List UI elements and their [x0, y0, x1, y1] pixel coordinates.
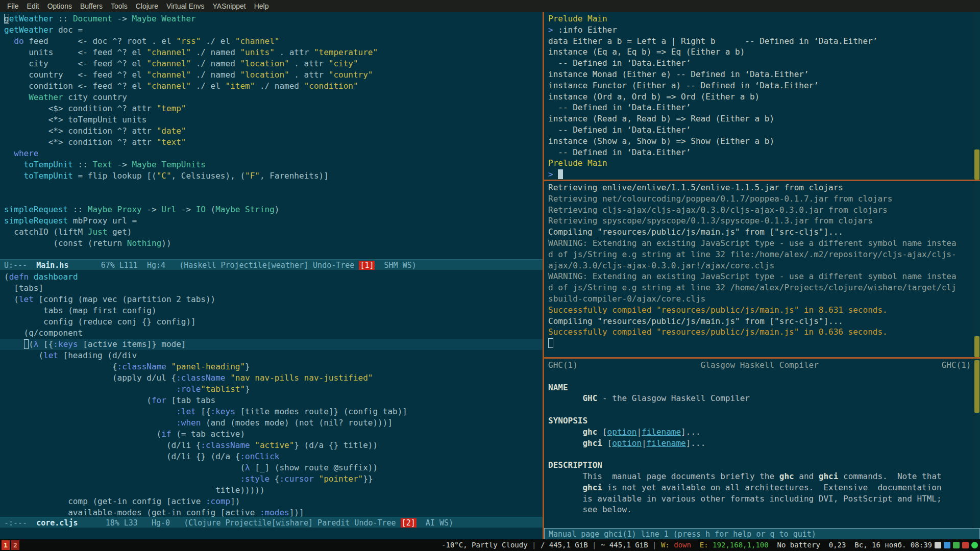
code-line: simpleRequest :: Maybe Proxy -> Url -> I… — [0, 204, 543, 215]
menu-item-tools[interactable]: Tools — [107, 1, 132, 11]
code-line: This manual page documents briefly the g… — [544, 471, 973, 482]
code-line: country <- feed ^? el "channel" ./ named… — [0, 69, 543, 81]
code-line: getWeather doc = — [0, 24, 543, 36]
code-line: > :info Either — [544, 24, 973, 36]
menu-item-clojure[interactable]: Clojure — [132, 1, 162, 11]
code-line: Prelude Main — [544, 13, 973, 24]
ghci-repl-buffer[interactable]: Prelude Main> :info Eitherdata Either a … — [544, 12, 973, 180]
menu-item-file[interactable]: File — [3, 1, 23, 11]
compile-scrollbar[interactable] — [973, 181, 980, 357]
code-line: NAME — [544, 382, 973, 393]
code-line: GHC - the Glasgow Haskell Compiler — [544, 393, 973, 404]
haskell-buffer[interactable]: getWeather :: Document -> Maybe Weatherg… — [0, 12, 543, 259]
clojure-buffer[interactable]: (defn dashboard [tabs] (let [config (map… — [0, 270, 543, 517]
code-line: ghc [option|filename]... — [544, 427, 973, 438]
code-line: instance (Eq a, Eq b) => Eq (Either a b) — [544, 46, 973, 58]
code-line: do feed <- doc ^? root . el "rss" ./ el … — [0, 36, 543, 47]
code-line: :role"tablist"} — [0, 384, 543, 395]
code-line — [0, 182, 543, 193]
code-line: Retrieving enlive/enlive/1.1.5/enlive-1.… — [544, 182, 973, 193]
compilation-buffer[interactable]: Retrieving enlive/enlive/1.1.5/enlive-1.… — [544, 181, 973, 357]
code-line: Manual page ghci(1) line 1 (press h for … — [545, 529, 979, 539]
status-dot-icon — [971, 542, 978, 548]
code-line: SYNOPSIS — [544, 415, 973, 427]
code-line: -- Defined in ‘Data.Either’ — [544, 124, 973, 136]
code-line: (λ [{:keys [active items]} mode] — [0, 339, 543, 350]
menu-item-help[interactable]: Help — [250, 1, 273, 11]
code-line: ajax/0.3.0/cljs-ajax-0.3.0.jar!/ajax/cor… — [544, 260, 973, 271]
code-line: comp (get-in config [active :comp]) — [0, 496, 543, 507]
code-line: instance (Read a, Read b) => Read (Eithe… — [544, 113, 973, 124]
code-line: instance Functor (Either a) -- Defined i… — [544, 80, 973, 91]
code-line: DESCRIPTION — [544, 460, 973, 471]
code-line: {:className "panel-heading"} — [0, 361, 543, 372]
code-line: city <- feed ^? el "channel" ./ named "l… — [0, 58, 543, 69]
code-line: <$> condition ^? attr "temp" — [0, 103, 543, 114]
menu-item-buffers[interactable]: Buffers — [76, 1, 107, 11]
code-line: -:--- core.cljs 18% L33 Hg-0 (Clojure Pr… — [0, 517, 543, 528]
code-line — [544, 338, 973, 349]
code-line: (for [tab tabs — [0, 395, 543, 406]
code-line: <*> condition ^? attr "date" — [0, 126, 543, 137]
code-line: (if (= tab active) — [0, 429, 543, 440]
mail-tray-icon[interactable] — [944, 542, 950, 548]
code-line: Retrieving cljs-ajax/cljs-ajax/0.3.0/clj… — [544, 205, 973, 216]
man-page-buffer[interactable]: GHC(1) Glasgow Haskell Compiler GHC(1) N… — [544, 359, 973, 528]
menu-item-options[interactable]: Options — [43, 1, 76, 11]
code-line: simpleRequest mbProxy url = — [0, 215, 543, 227]
modeline-man-page: Manual page ghci(1) line 1 (press h for … — [544, 528, 980, 539]
compile-scrollbar-thumb[interactable] — [974, 336, 979, 357]
code-line: (λ [_] (show route @suffix)) — [0, 462, 543, 473]
code-line: d of js/String e.g string at line 32 fil… — [544, 249, 973, 260]
code-line: [tabs] — [0, 283, 543, 294]
code-line: -- Defined in ‘Data.Either’ — [544, 147, 973, 158]
repl-scrollbar[interactable] — [973, 12, 980, 180]
code-line: :style {:cursor "pointer"}} — [0, 473, 543, 485]
workspace-badge-1[interactable]: 1 — [2, 540, 10, 550]
code-line: <*> condition ^? attr "text" — [0, 137, 543, 148]
code-line: ghci is not yet available on all archite… — [544, 482, 973, 493]
code-line: data Either a b = Left a | Right b -- De… — [544, 36, 973, 47]
code-line: toTempUnit = flip lookup [("C", Celsiuse… — [0, 170, 543, 182]
code-line: (d/li {:className "active"} (d/a {} titl… — [0, 440, 543, 451]
man-scrollbar[interactable] — [973, 359, 980, 528]
code-line: -- Defined in ‘Data.Either’ — [544, 102, 973, 113]
code-line: :let [{:keys [title modes route]} (confi… — [0, 406, 543, 417]
code-line: toTempUnit :: Text -> Maybe TempUnits — [0, 159, 543, 170]
code-line: (q/component — [0, 328, 543, 339]
man-scrollbar-thumb[interactable] — [974, 360, 979, 413]
menu-item-yasnippet[interactable]: YASnippet — [209, 1, 250, 11]
code-line: catchIO (liftM Just get) — [0, 227, 543, 238]
code-line: getWeather :: Document -> Maybe Weather — [0, 13, 543, 24]
code-line — [544, 404, 973, 415]
menu-item-virtual-envs[interactable]: Virtual Envs — [162, 1, 208, 11]
modeline-main-hs: U:--- Main.hs 67% L111 Hg:4 (Haskell Pro… — [0, 259, 543, 270]
code-line: tabs (map first config) — [0, 305, 543, 316]
menu-bar: FileEditOptionsBuffersToolsClojureVirtua… — [0, 0, 980, 12]
code-line: instance (Ord a, Ord b) => Ord (Either a… — [544, 91, 973, 103]
alert-tray-icon[interactable] — [962, 542, 969, 548]
code-line: Successfully compiled "resources/public/… — [544, 305, 973, 316]
modeline-core-cljs: -:--- core.cljs 18% L33 Hg-0 (Clojure Pr… — [0, 517, 543, 528]
code-line: > — [544, 169, 973, 180]
code-line: Successfully compiled "resources/public/… — [544, 327, 973, 338]
code-line: Prelude Main — [544, 158, 973, 169]
code-line: ghci [option|filename]... — [544, 438, 973, 449]
code-line — [544, 371, 973, 382]
workspace-badge-2[interactable]: 2 — [11, 540, 19, 550]
code-line: U:--- Main.hs 67% L111 Hg:4 (Haskell Pro… — [0, 260, 543, 270]
code-line: sbuild-compiler-0/ajax/core.cljs — [544, 293, 973, 305]
code-line: where — [0, 148, 543, 159]
code-line — [544, 448, 973, 460]
code-line: instance Monad (Either e) -- Defined in … — [544, 69, 973, 80]
code-line: see below. — [544, 504, 973, 515]
network-tray-icon[interactable] — [953, 542, 960, 548]
repl-scrollbar-thumb[interactable] — [974, 149, 979, 180]
code-line: -10°C, Partly Cloudy | / 445,1 GiB | ~ 4… — [437, 539, 932, 551]
code-line: units <- feed ^? el "channel" ./ named "… — [0, 47, 543, 58]
menu-item-edit[interactable]: Edit — [23, 1, 43, 11]
code-line: (let [config (map vec (partition 2 tabs)… — [0, 294, 543, 305]
code-line: Weather city country — [0, 92, 543, 103]
display-tray-icon[interactable] — [935, 542, 941, 548]
code-line: <*> toTempUnit units — [0, 114, 543, 126]
